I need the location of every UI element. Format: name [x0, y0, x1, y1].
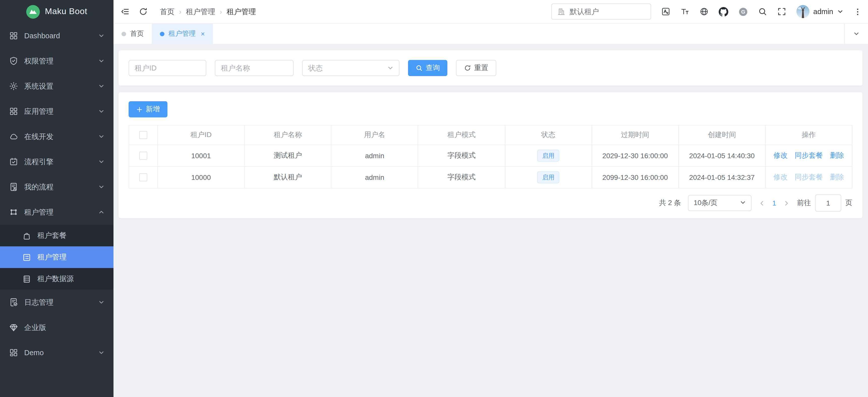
sidebar-item-租户管理[interactable]: 租户管理 — [0, 246, 114, 268]
username: admin — [813, 7, 833, 15]
tab-首页[interactable]: 首页 — [114, 24, 152, 44]
column-header: 租户名称 — [244, 125, 331, 145]
gitee-icon[interactable]: G — [738, 7, 748, 16]
sidebar-item-在线开发[interactable]: 在线开发 — [0, 124, 114, 149]
cell-expire-time: 2099-12-30 16:00:00 — [592, 166, 678, 188]
pagination: 共 2 条 10条/页 1 前往 页 — [129, 195, 852, 211]
page-size-select[interactable]: 10条/页 — [688, 195, 751, 211]
tabbar-chevron-down-icon[interactable] — [844, 24, 868, 44]
tab-dot — [160, 32, 164, 36]
sidebar-item-租户数据源[interactable]: 租户数据源 — [0, 268, 114, 290]
svg-text:G: G — [741, 8, 745, 14]
reset-button[interactable]: 重置 — [456, 60, 496, 76]
user-menu[interactable]: admin — [796, 5, 843, 18]
tenant-name-input[interactable] — [215, 60, 293, 76]
row-checkbox[interactable] — [139, 173, 147, 181]
cell-tenant-id: 10001 — [158, 145, 244, 166]
building-icon — [557, 7, 566, 16]
sidebar: Maku Boot Dashboard权限管理系统设置应用管理在线开发流程引擎我… — [0, 0, 114, 397]
breadcrumb-item[interactable]: 首页 — [160, 7, 175, 16]
next-page-icon[interactable] — [783, 200, 790, 206]
search-icon[interactable] — [758, 7, 767, 16]
sidebar-item-租户套餐[interactable]: 租户套餐 — [0, 225, 114, 246]
plus-icon — [136, 106, 143, 112]
sidebar-item-应用管理[interactable]: 应用管理 — [0, 99, 114, 124]
search-icon — [415, 65, 423, 71]
calendar-check-icon — [9, 157, 18, 166]
sidebar-item-日志管理[interactable]: 日志管理 — [0, 290, 114, 315]
sidebar-item-Demo[interactable]: Demo — [0, 340, 114, 365]
breadcrumb-item[interactable]: 租户管理 — [186, 7, 215, 16]
refresh-icon[interactable] — [139, 7, 148, 16]
avatar[interactable] — [796, 5, 809, 18]
status-select[interactable]: 状态 — [302, 60, 399, 76]
sidebar-item-系统设置[interactable]: 系统设置 — [0, 73, 114, 99]
column-header: 租户ID — [158, 125, 244, 145]
tenant-id-input[interactable] — [129, 60, 206, 76]
sidebar-item-label: 流程引擎 — [24, 157, 54, 166]
shield-check-icon — [9, 57, 18, 66]
breadcrumb-item: 租户管理 — [227, 7, 256, 16]
globe-icon[interactable] — [699, 7, 708, 16]
select-all-checkbox[interactable] — [139, 131, 147, 139]
tab-dot — [122, 32, 126, 36]
tenant-select[interactable]: 默认租户 — [551, 3, 651, 20]
page-numbers: 1 — [772, 199, 776, 207]
sidebar-item-租户管理[interactable]: 租户管理 — [0, 199, 114, 225]
translate-icon[interactable] — [661, 7, 670, 16]
goto-page-input[interactable] — [815, 195, 841, 211]
refresh-icon — [464, 65, 471, 71]
add-button-label: 新增 — [146, 105, 160, 114]
sidebar-item-企业版[interactable]: 企业版 — [0, 315, 114, 340]
frame-dots-icon — [9, 207, 18, 217]
sidebar-item-label: 租户管理 — [37, 253, 67, 262]
fullscreen-icon[interactable] — [777, 7, 786, 16]
gem-icon — [9, 323, 18, 332]
status-select-placeholder: 状态 — [308, 63, 323, 73]
toolbar-icons: G — [661, 7, 786, 16]
cell-create-time: 2024-01-05 14:40:30 — [679, 145, 765, 166]
add-button[interactable]: 新增 — [129, 101, 167, 118]
sidebar-item-label: 权限管理 — [24, 56, 54, 66]
row-checkbox[interactable] — [139, 152, 147, 160]
action-edit[interactable]: 修改 — [773, 151, 787, 159]
tab-租户管理[interactable]: 租户管理× — [152, 24, 213, 44]
tabbar: 首页租户管理× — [114, 23, 868, 44]
action-sync-package[interactable]: 同步套餐 — [795, 173, 823, 181]
sidebar-item-Dashboard[interactable]: Dashboard — [0, 23, 114, 48]
column-header: 租户模式 — [418, 125, 505, 145]
status-badge: 启用 — [537, 171, 559, 184]
page-number-1[interactable]: 1 — [772, 199, 776, 207]
table-header-row: 租户ID租户名称用户名租户模式状态过期时间创建时间操作 — [129, 125, 852, 145]
github-icon[interactable] — [718, 7, 728, 16]
cell-username: admin — [331, 145, 418, 166]
kebab-menu-icon[interactable] — [854, 7, 862, 16]
action-edit[interactable]: 修改 — [773, 173, 787, 181]
sidebar-item-我的流程[interactable]: 我的流程 — [0, 174, 114, 199]
cell-mode: 字段模式 — [418, 166, 505, 188]
topbar-left: 首页›租户管理›租户管理 — [121, 7, 256, 16]
doc-user-icon — [9, 183, 18, 192]
search-button[interactable]: 查询 — [408, 60, 447, 76]
action-delete[interactable]: 删除 — [830, 173, 844, 181]
column-header: 状态 — [505, 125, 592, 145]
tab-close-icon[interactable]: × — [201, 30, 205, 37]
grid2-icon — [9, 348, 18, 357]
prev-page-icon[interactable] — [758, 200, 765, 206]
sidebar-item-label: 在线开发 — [24, 132, 54, 141]
action-sync-package[interactable]: 同步套餐 — [795, 151, 823, 159]
action-delete[interactable]: 删除 — [830, 151, 844, 159]
menu-fold-icon[interactable] — [121, 7, 130, 16]
cell-expire-time: 2029-12-30 16:00:00 — [592, 145, 678, 166]
cell-actions: 修改同步套餐删除 — [765, 166, 852, 188]
doc-check-icon — [9, 298, 18, 307]
sidebar-item-label: 日志管理 — [24, 298, 54, 307]
breadcrumb-separator: › — [179, 7, 181, 15]
cell-tenant-id: 10000 — [158, 166, 244, 188]
sidebar-item-流程引擎[interactable]: 流程引擎 — [0, 149, 114, 174]
chevron-down-icon — [98, 159, 104, 165]
chevron-down-icon — [98, 83, 104, 89]
sidebar-item-权限管理[interactable]: 权限管理 — [0, 48, 114, 73]
chevron-down-icon — [98, 299, 104, 305]
font-size-icon[interactable] — [680, 7, 689, 16]
